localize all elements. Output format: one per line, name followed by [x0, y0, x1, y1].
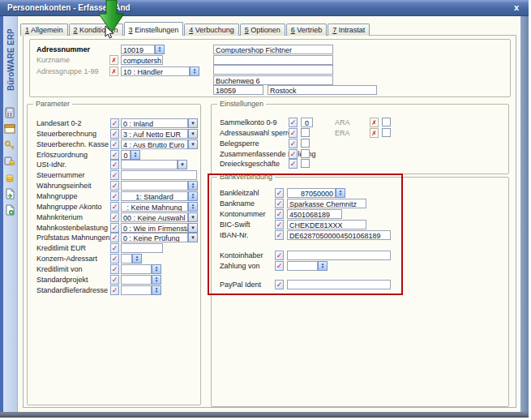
mahnkostenbelastung-field[interactable]: 0 : Wie im Firmenstamm eing — [121, 223, 188, 233]
landesart-0-2-field[interactable]: 0 : Inland — [121, 118, 188, 128]
steuerberechn-kasse-check-icon[interactable]: ✓ — [110, 139, 119, 149]
konzern-adressart-check-icon[interactable]: ✓ — [110, 254, 119, 264]
prüfstatus-mahnungen-check-icon[interactable]: ✓ — [110, 233, 119, 242]
adressauswahl-sperren-label: Adressauswahl sperren — [220, 129, 296, 138]
calculator-icon[interactable] — [4, 107, 15, 118]
name3-field[interactable] — [213, 65, 333, 75]
kreditlimit-eur-check-icon[interactable]: ✓ — [110, 243, 119, 253]
application-window: Personenkonten - Erfassen/Änd x BüroWARE… — [0, 0, 531, 420]
kreditlimit-von-check-icon[interactable]: ✓ — [110, 264, 119, 274]
mahnkostenbelastung-dropdown-button[interactable]: ▼ — [188, 223, 198, 233]
erlöszuordnung-field[interactable]: 0 — [121, 150, 131, 160]
steuerberechn-kasse-field[interactable]: 4 : Aus Brutto Euro — [121, 139, 188, 149]
zusammenfassende-meldung-check-icon[interactable]: ✓ — [289, 149, 298, 159]
steuernummer-check-icon[interactable]: ✓ — [110, 170, 119, 180]
standardprojekt-check-icon[interactable]: ✓ — [110, 275, 119, 285]
mahnkriterium-field[interactable]: 00 : Keine Auswahl — [121, 212, 188, 222]
era-clear-icon[interactable]: ✗ — [370, 128, 379, 138]
ara-checkbox[interactable] — [382, 118, 391, 126]
adressgruppe-field[interactable]: 10 : Händler — [121, 66, 190, 76]
prüfstatus-mahnungen-field[interactable]: 0 : Keine Prüfung — [121, 233, 188, 242]
tab-intrastat[interactable]: 7 Intrastat — [328, 24, 370, 36]
ust-idnr-dropdown-button[interactable]: ▼ — [178, 160, 187, 169]
steuerberechnung-check-icon[interactable]: ✓ — [110, 129, 119, 139]
ort-field[interactable]: Rostock — [268, 85, 377, 95]
sammelkonto-0-9-field[interactable]: 0 — [301, 118, 313, 127]
document-add-icon[interactable] — [4, 204, 15, 216]
adressauswahl-sperren-check-icon[interactable]: ✓ — [289, 128, 298, 138]
mahnkriterium-dropdown-button[interactable]: ▼ — [188, 212, 198, 222]
dreiecksgeschäfte-checkbox[interactable] — [301, 159, 310, 168]
mahngruppe-akonto-spin-button[interactable]: ▲▼ — [188, 202, 198, 212]
tab-verbuchung[interactable]: 4 Verbuchung — [184, 24, 239, 36]
steuernummer-field[interactable] — [121, 170, 197, 180]
erlöszuordnung-spin-button[interactable]: ▲▼ — [131, 150, 140, 160]
sammelkonto-0-9-check-icon[interactable]: ✓ — [289, 118, 298, 127]
landesart-0-2-check-icon[interactable]: ✓ — [110, 118, 119, 128]
dreiecksgeschäfte-check-icon[interactable]: ✓ — [289, 159, 298, 169]
kurzname-clear-icon[interactable]: ✗ — [109, 55, 118, 65]
dreiecksgeschäfte-label: Dreiecksgeschäfte — [220, 160, 280, 169]
währungseinheit-spin-button[interactable]: ▲▼ — [188, 181, 198, 191]
prüfstatus-mahnungen-label: Prüfstatus Mahnungen — [36, 234, 110, 242]
kreditlimit-eur-field[interactable] — [121, 243, 163, 253]
ust-idnr-check-icon[interactable]: ✓ — [110, 160, 119, 169]
mahngruppe-spin-button[interactable]: ▲▼ — [188, 191, 198, 201]
plz-field[interactable]: 18059 — [213, 85, 263, 95]
standardprojekt-spin-button[interactable]: ▲▼ — [152, 275, 161, 285]
tab-number: 3 — [129, 26, 133, 34]
tab-allgemein[interactable]: 1 Allgemein — [20, 24, 68, 36]
payment-terminal-icon[interactable] — [4, 156, 15, 167]
belegsperre-checkbox[interactable] — [301, 139, 310, 148]
mahngruppe-akonto-field[interactable]: : Keine Mahnung — [121, 202, 188, 212]
erlöszuordnung-check-icon[interactable]: ✓ — [110, 150, 119, 160]
tab-einstellungen[interactable]: 3 Einstellungen — [124, 22, 184, 36]
adressauswahl-sperren-checkbox[interactable] — [301, 128, 310, 137]
einstellungen-groupbox-title: Einstellungen — [217, 100, 266, 109]
standardprojekt-field[interactable] — [121, 275, 152, 285]
standardlieferadresse-spin-button[interactable]: ▲▼ — [152, 285, 161, 295]
ara-clear-icon[interactable]: ✗ — [370, 118, 379, 127]
key-icon[interactable] — [4, 139, 15, 151]
tab-vertrieb[interactable]: 6 Vertrieb — [286, 24, 328, 36]
tab-number: 7 — [332, 26, 336, 34]
mahngruppe-field[interactable]: 1: Standard — [121, 191, 188, 201]
landesart-0-2-label: Landesart 0-2 — [36, 119, 82, 128]
adressgruppe-spin-button[interactable]: ▲▼ — [190, 66, 199, 76]
währungseinheit-check-icon[interactable]: ✓ — [110, 181, 119, 191]
mahnkriterium-check-icon[interactable]: ✓ — [110, 212, 119, 222]
belegsperre-check-icon[interactable]: ✓ — [289, 139, 298, 148]
adressnummer-field[interactable]: 10019 — [121, 45, 155, 54]
strasse-field[interactable]: Buchenweg 6 — [213, 75, 333, 85]
steuerberechn-kasse-dropdown-button[interactable]: ▼ — [188, 139, 198, 149]
document-export-icon[interactable] — [4, 188, 15, 199]
tab-optionen[interactable]: 5 Optionen — [240, 24, 285, 36]
zusammenfassende-meldung-checkbox[interactable] — [301, 149, 310, 158]
adressnummer-spin-button[interactable]: ▲▼ — [155, 45, 165, 54]
kurzname-field[interactable]: computersh — [121, 55, 163, 65]
name1-field[interactable]: Computershop Fichtner — [213, 45, 333, 54]
name2-field[interactable] — [213, 55, 333, 65]
close-icon[interactable]: x — [514, 2, 519, 12]
konzern-adressart-spin-button[interactable]: ▲▼ — [132, 254, 142, 264]
kreditlimit-von-field[interactable] — [121, 264, 152, 274]
steuerberechnung-field[interactable]: 3 : Auf Netto EUR — [121, 129, 188, 139]
form-window-icon[interactable] — [4, 123, 15, 135]
prüfstatus-mahnungen-dropdown-button[interactable]: ▼ — [188, 233, 198, 242]
mahngruppe-check-icon[interactable]: ✓ — [110, 191, 119, 201]
coins-icon[interactable] — [4, 172, 15, 183]
währungseinheit-field[interactable] — [121, 181, 188, 191]
standardlieferadresse-check-icon[interactable]: ✓ — [110, 285, 119, 295]
tab-number: 2 — [74, 26, 78, 34]
mahnkostenbelastung-check-icon[interactable]: ✓ — [110, 223, 119, 233]
steuerberechnung-dropdown-button[interactable]: ▼ — [188, 129, 198, 139]
landesart-0-2-dropdown-button[interactable]: ▼ — [188, 118, 198, 128]
mahngruppe-akonto-check-icon[interactable]: ✓ — [110, 202, 119, 212]
era-checkbox[interactable] — [382, 128, 391, 137]
ust-idnr-field[interactable] — [121, 160, 178, 169]
kreditlimit-von-spin-button[interactable]: ▲▼ — [152, 264, 161, 274]
konzern-adressart-field[interactable] — [121, 254, 132, 264]
standardlieferadresse-field[interactable] — [121, 285, 152, 295]
adressgruppe-clear-icon[interactable]: ✗ — [109, 66, 118, 76]
steuerberechnung-label: Steuerberechnung — [36, 130, 96, 139]
